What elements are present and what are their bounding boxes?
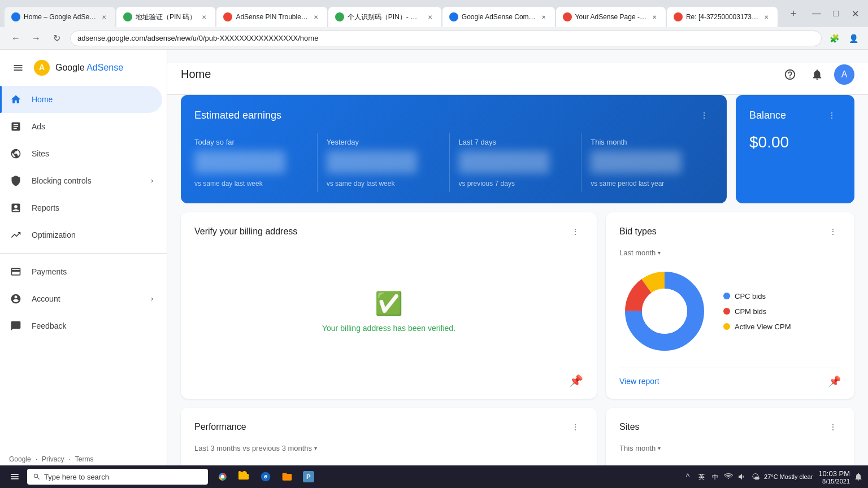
bid-types-menu-button[interactable]: ⋮ bbox=[825, 224, 841, 239]
tray-keyboard-icon[interactable]: 中 bbox=[710, 472, 720, 482]
sites-menu-button[interactable]: ⋮ bbox=[825, 419, 841, 435]
tab-close[interactable]: ✕ bbox=[539, 12, 548, 21]
tab-label: AdSense PIN Trouble… bbox=[236, 13, 307, 21]
browser-tab-2[interactable]: AdSense PIN Trouble… ✕ bbox=[216, 7, 327, 27]
verify-menu-button[interactable]: ⋮ bbox=[567, 224, 583, 239]
performance-menu-button[interactable]: ⋮ bbox=[567, 419, 583, 435]
tab-favicon bbox=[223, 12, 232, 21]
performance-title: Performance bbox=[194, 422, 246, 432]
footer-sep2: · bbox=[68, 455, 70, 463]
tab-label: Home – Google AdSe… bbox=[24, 13, 96, 21]
cpc-label: CPC bids bbox=[735, 292, 766, 300]
yesterday-label: Yesterday bbox=[327, 138, 440, 146]
taskbar-apps: e P bbox=[212, 467, 319, 487]
tray-lang-icon[interactable]: 英 bbox=[696, 472, 706, 482]
tab-close[interactable]: ✕ bbox=[426, 12, 435, 21]
sites-period[interactable]: This month ▾ bbox=[619, 444, 841, 452]
cpc-dot bbox=[723, 293, 730, 299]
bid-types-legend: CPC bids CPM bids Active View CPM bbox=[723, 292, 791, 331]
sidebar-item-account[interactable]: Account › bbox=[0, 285, 162, 312]
weather-icon[interactable]: 🌤 bbox=[750, 472, 761, 482]
tab-close[interactable]: ✕ bbox=[99, 12, 108, 21]
tray-expand-icon[interactable]: ^ bbox=[683, 472, 693, 482]
home-icon bbox=[9, 93, 23, 106]
svg-point-5 bbox=[642, 289, 687, 334]
forward-button[interactable]: → bbox=[27, 29, 45, 47]
footer-sep: · bbox=[36, 455, 37, 463]
reload-button[interactable]: ↻ bbox=[47, 29, 66, 47]
bid-types-pin-icon[interactable]: 📌 bbox=[828, 375, 841, 387]
notifications-button[interactable] bbox=[807, 64, 827, 85]
browser-tab-4[interactable]: Google AdSense Com… ✕ bbox=[442, 7, 555, 27]
pin-icon[interactable]: 📌 bbox=[569, 374, 583, 387]
taskbar-app-files[interactable] bbox=[277, 467, 297, 487]
sidebar-item-label: Reports bbox=[32, 203, 59, 212]
footer-privacy[interactable]: Privacy bbox=[42, 455, 64, 463]
tab-close[interactable]: ✕ bbox=[199, 12, 209, 21]
tab-favicon bbox=[335, 12, 344, 21]
close-button[interactable]: ✕ bbox=[847, 5, 863, 22]
taskbar: Type here to search e P ^ 英 中 🌤 27°C Mos… bbox=[0, 465, 868, 488]
sound-icon[interactable] bbox=[737, 472, 747, 482]
sites-card: Sites ⋮ This month ▾ bbox=[606, 408, 854, 474]
sidebar-item-sites[interactable]: Sites bbox=[0, 140, 162, 167]
browser-tab-5[interactable]: Your AdSense Page -… ✕ bbox=[556, 7, 666, 27]
browser-tab-1[interactable]: 地址验证（PIN 码） ✕ bbox=[116, 7, 215, 27]
taskbar-search[interactable]: Type here to search bbox=[27, 469, 208, 485]
earnings-card-header: Estimated earnings ⋮ bbox=[194, 106, 713, 124]
browser-tab-3[interactable]: 个人识别码（PIN）- Go… ✕ bbox=[328, 7, 441, 27]
tab-close[interactable]: ✕ bbox=[762, 12, 771, 21]
balance-menu-button[interactable]: ⋮ bbox=[823, 106, 841, 124]
sidebar-item-feedback[interactable]: Feedback bbox=[0, 312, 162, 339]
earnings-menu-button[interactable]: ⋮ bbox=[695, 106, 713, 124]
maximize-button[interactable]: □ bbox=[827, 5, 844, 22]
address-input[interactable]: adsense.google.com/adsense/new/u/0/pub-X… bbox=[70, 30, 822, 46]
footer-google[interactable]: Google bbox=[9, 455, 31, 463]
browser-tab-6[interactable]: Re: [4-372500003173… ✕ bbox=[667, 7, 778, 27]
bid-types-period[interactable]: Last month ▾ bbox=[619, 249, 841, 257]
taskbar-app-chrome[interactable] bbox=[212, 467, 233, 487]
view-report-link[interactable]: View report bbox=[619, 377, 659, 386]
minimize-button[interactable]: — bbox=[808, 5, 825, 22]
profile-icon[interactable]: 👤 bbox=[845, 30, 861, 46]
footer-terms[interactable]: Terms bbox=[75, 455, 94, 463]
user-avatar[interactable]: A bbox=[834, 64, 854, 85]
network-icon[interactable] bbox=[723, 472, 734, 482]
bid-types-title: Bid types bbox=[619, 226, 657, 237]
sidebar-item-optimization[interactable]: Optimization bbox=[0, 221, 162, 249]
taskbar-time[interactable]: 10:03 PM 8/15/2021 bbox=[818, 469, 850, 485]
tab-close[interactable]: ✕ bbox=[650, 12, 659, 21]
sidebar-item-ads[interactable]: Ads bbox=[0, 113, 162, 140]
back-button[interactable]: ← bbox=[7, 29, 25, 47]
tab-close[interactable]: ✕ bbox=[311, 12, 320, 21]
sidebar-item-home[interactable]: Home bbox=[0, 86, 162, 113]
sidebar-item-blocking-controls[interactable]: Blocking controls › bbox=[0, 167, 162, 194]
balance-card: Balance ⋮ $0.00 bbox=[736, 95, 854, 203]
taskbar-app-python[interactable]: P bbox=[298, 467, 319, 487]
balance-title: Balance bbox=[749, 110, 786, 121]
tab-favicon bbox=[674, 12, 683, 21]
extensions-icon[interactable]: 🧩 bbox=[826, 30, 842, 46]
start-button[interactable] bbox=[5, 467, 25, 487]
optimization-icon bbox=[9, 228, 23, 242]
sidebar-item-reports[interactable]: Reports bbox=[0, 194, 162, 221]
taskbar-app-explorer[interactable] bbox=[234, 467, 254, 487]
taskbar-app-ie[interactable]: e bbox=[255, 467, 276, 487]
new-tab-button[interactable]: + bbox=[785, 6, 801, 21]
help-button[interactable] bbox=[780, 64, 800, 85]
bid-types-header: Bid types ⋮ bbox=[619, 224, 841, 239]
sidebar-header: A Google AdSense bbox=[0, 54, 167, 86]
header-icons: A bbox=[780, 64, 854, 85]
sidebar-item-payments[interactable]: Payments bbox=[0, 258, 162, 285]
notifications-tray-icon[interactable] bbox=[853, 472, 863, 482]
performance-period[interactable]: Last 3 months vs previous 3 months ▾ bbox=[194, 444, 583, 452]
menu-toggle-button[interactable] bbox=[9, 59, 27, 77]
page-title: Home bbox=[181, 68, 211, 81]
taskbar-search-text: Type here to search bbox=[44, 473, 109, 481]
legend-cpm: CPM bids bbox=[723, 307, 791, 316]
sidebar-item-label: Feedback bbox=[32, 321, 66, 330]
browser-tab-0[interactable]: Home – Google AdSe… ✕ bbox=[5, 7, 115, 27]
7days-compare: vs previous 7 days bbox=[459, 180, 572, 188]
sidebar-divider bbox=[0, 253, 167, 254]
weather-text: 27°C Mostly clear bbox=[764, 473, 813, 480]
